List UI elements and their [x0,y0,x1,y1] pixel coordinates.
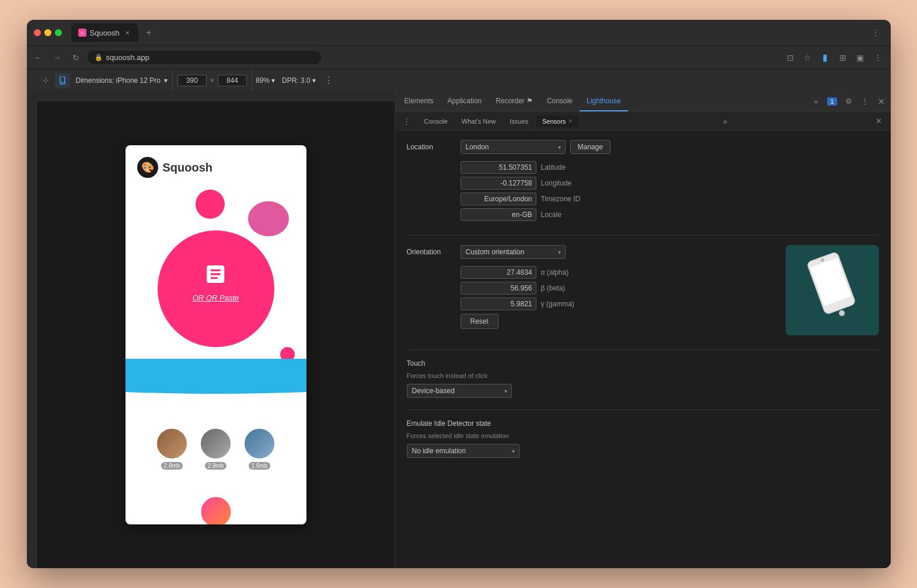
blob-top-left [196,190,225,219]
alpha-input[interactable] [461,266,536,279]
location-controls: London Berlin Tokyo New York Other... Ma… [461,140,611,154]
section-divider-3 [407,410,879,410]
more-options-icon2[interactable]: ⋮ [858,94,872,108]
sample-bottom-circle[interactable] [200,496,232,524]
ruler-horizontal [27,91,395,102]
panel-close-icon[interactable]: ✕ [872,114,886,128]
sidebar-toggle-icon[interactable]: ▣ [852,50,869,66]
sensors-content: Location London Berlin Tokyo New York Ot… [395,131,891,568]
beta-input[interactable] [461,282,536,295]
location-row: Location London Berlin Tokyo New York Ot… [407,140,879,154]
device-mode-icon[interactable] [55,73,70,88]
sample-size-2: 2.9mb [205,462,227,470]
forward-button[interactable]: → [50,51,64,65]
tab-lighthouse[interactable]: Lighthouse [580,91,628,111]
paste-text: OR OR Paste [193,293,239,302]
secondary-close[interactable]: ✕ [872,114,886,128]
device-preview: 🎨 Squoosh [27,91,395,568]
tab-elements[interactable]: Elements [398,91,441,111]
upload-icon [201,260,230,289]
traffic-lights [34,29,62,36]
timezone-input[interactable] [461,192,536,205]
ruler-vertical [27,91,37,568]
gamma-input[interactable] [461,298,536,310]
more-tabs-icon[interactable]: » [809,94,823,108]
tab-console[interactable]: Console [540,91,580,111]
svg-point-5 [838,309,845,317]
paste-or: OR [193,293,206,302]
longitude-input[interactable] [461,177,536,190]
blob-top-right [248,201,289,236]
lock-icon: 🔒 [95,54,103,61]
latitude-row: Latitude [461,161,879,174]
latitude-input[interactable] [461,161,536,174]
secondary-tab-console[interactable]: Console [419,116,454,127]
secondary-tab-whats-new[interactable]: What's New [456,116,501,127]
tab-title: Squoosh [90,29,120,37]
extensions-icon[interactable]: ⊞ [835,50,851,66]
settings-icon[interactable]: ⚙ [842,94,856,108]
squoosh-body: OR OR Paste Or try one of these: 2.8mb [125,184,306,522]
location-section: Location London Berlin Tokyo New York Ot… [407,140,879,221]
back-button[interactable]: ← [32,51,46,65]
devtools-close-button[interactable]: ✕ [874,94,888,108]
longitude-row: Longitude [461,177,879,190]
locale-input[interactable] [461,208,536,221]
more-options-icon[interactable]: ⋮ [870,50,886,66]
alpha-row: α (alpha) [461,266,776,279]
sample-image-2[interactable]: 2.9mb [200,428,232,470]
sample-size-3: 1.6mb [249,462,271,470]
window-menu-button[interactable]: ⋮ [867,26,884,39]
new-tab-button[interactable]: + [141,24,157,41]
secondary-tabs-more[interactable]: » [720,116,731,127]
sample-image-1[interactable]: 2.8mb [156,428,188,470]
dpr-selector[interactable]: DPR: 3.0 ▾ [278,75,319,86]
touch-select-wrapper: Device-based Force enabled Force disable… [407,384,512,398]
paste-link[interactable]: OR Paste [206,293,239,302]
idle-dropdown[interactable]: No idle emulation User active, screen un… [407,444,519,458]
minimize-button[interactable] [44,29,51,36]
bookmark-icon[interactable]: ☆ [800,50,816,66]
location-dropdown-wrapper: London Berlin Tokyo New York Other... [461,140,566,154]
secondary-tab-issues[interactable]: Issues [504,116,534,127]
zoom-selector[interactable]: 89% ▾ [252,75,278,86]
orientation-left: Orientation Custom orientation Portrait … [407,245,776,329]
sensors-tab-close[interactable]: ✕ [568,118,573,124]
tab-close-button[interactable]: ✕ [123,29,131,37]
idle-title: Emulate Idle Detector state [407,419,879,428]
tab-recorder[interactable]: Recorder ⚑ [489,91,540,111]
device-name-label[interactable]: Dimensions: iPhone 12 Pro [76,76,161,85]
toolbar-icons: ⊹ [36,73,72,88]
close-button[interactable] [34,29,41,36]
dimensions-chevron[interactable]: ▾ [164,76,168,85]
tab-application[interactable]: Application [441,91,489,111]
fullscreen-button[interactable] [55,29,62,36]
secondary-more-left[interactable]: ⋮ [400,114,414,128]
profile-icon[interactable]: ▮ [817,50,834,66]
main-content: 🎨 Squoosh [27,91,891,568]
width-input[interactable] [177,75,207,86]
touch-dropdown[interactable]: Device-based Force enabled Force disable… [407,384,512,398]
notifications-icon[interactable]: 1 [825,94,839,108]
upload-area[interactable]: OR OR Paste [193,260,239,302]
title-bar: S Squoosh ✕ + ⋮ [27,20,891,46]
manage-button[interactable]: Manage [570,140,611,154]
refresh-button[interactable]: ↻ [69,51,83,65]
toolbar-more-button[interactable]: ⋮ [319,75,338,86]
inspect-icon[interactable]: ⊹ [39,73,54,88]
location-dropdown[interactable]: London Berlin Tokyo New York Other... [461,140,566,154]
browser-tab[interactable]: S Squoosh ✕ [71,23,138,42]
location-label: Location [407,143,454,151]
height-input[interactable] [218,75,247,86]
orientation-dropdown[interactable]: Custom orientation Portrait Landscape [461,245,566,259]
address-bar[interactable]: 🔒 squoosh.app [88,51,321,64]
sample-images: 2.8mb 2.9mb 1.6mb [125,428,306,470]
squoosh-header: 🎨 Squoosh [125,145,306,184]
tab-icons: » 1 ⚙ ⋮ ✕ [809,94,888,108]
idle-dropdown-wrapper: No idle emulation User active, screen un… [407,444,879,458]
cast-icon[interactable]: ⊡ [782,50,799,66]
device-mode-section: ⊹ Dimensions: iPhone 12 Pro ▾ [32,69,173,91]
reset-button[interactable]: Reset [461,314,498,329]
sample-image-3[interactable]: 1.6mb [243,428,276,470]
secondary-tab-sensors[interactable]: Sensors ✕ [536,116,578,127]
